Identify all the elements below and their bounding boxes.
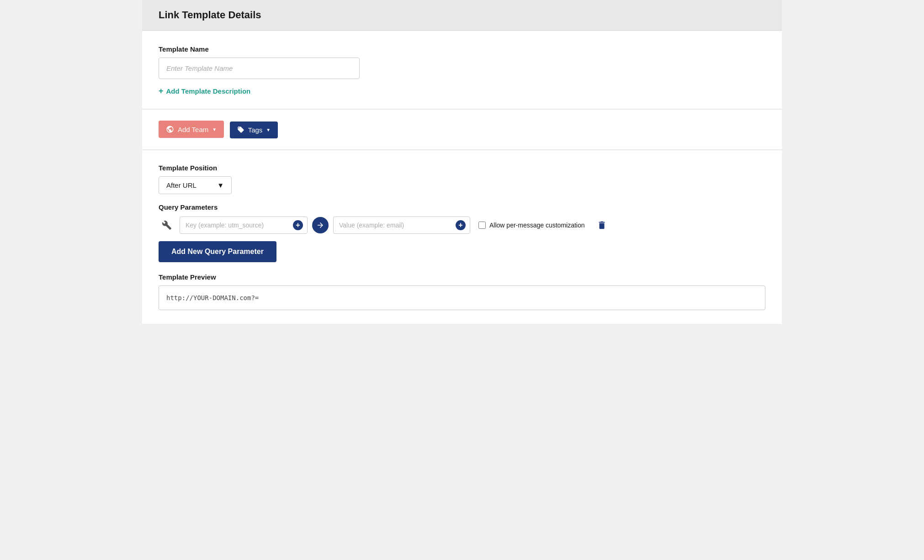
value-input-wrap: + bbox=[333, 217, 470, 234]
wrench-icon bbox=[162, 220, 172, 230]
delete-icon-wrap[interactable] bbox=[597, 220, 607, 230]
position-value: After URL bbox=[166, 181, 196, 189]
tags-label: Tags bbox=[248, 126, 263, 134]
template-name-input[interactable] bbox=[159, 58, 360, 79]
add-query-parameter-button[interactable]: Add New Query Parameter bbox=[159, 241, 276, 262]
query-params-row: + + Allow per-message customization bbox=[159, 217, 765, 234]
query-params-label: Query Parameters bbox=[159, 203, 765, 211]
arrow-right-icon bbox=[312, 217, 329, 233]
position-label: Template Position bbox=[159, 164, 765, 172]
add-value-icon[interactable]: + bbox=[456, 220, 466, 230]
template-name-section: Template Name + Add Template Description bbox=[142, 31, 782, 110]
wrench-icon-wrap bbox=[159, 217, 175, 233]
tag-icon bbox=[237, 126, 244, 133]
params-section: Template Position After URL ▼ Query Para… bbox=[142, 150, 782, 324]
customization-label: Allow per-message customization bbox=[489, 222, 585, 229]
page-container: Link Template Details Template Name + Ad… bbox=[142, 0, 782, 324]
value-input[interactable] bbox=[333, 217, 470, 234]
customization-wrap: Allow per-message customization bbox=[478, 222, 585, 229]
key-input[interactable] bbox=[180, 217, 308, 234]
main-content: Template Name + Add Template Description… bbox=[142, 31, 782, 324]
globe-icon bbox=[166, 125, 174, 133]
add-description-label: Add Template Description bbox=[166, 87, 251, 95]
add-team-button[interactable]: Add Team ▼ bbox=[159, 121, 224, 138]
customization-checkbox[interactable] bbox=[478, 222, 486, 229]
add-key-icon[interactable]: + bbox=[293, 220, 303, 230]
add-team-chevron-icon: ▼ bbox=[212, 127, 217, 132]
add-description-button[interactable]: + Add Template Description bbox=[159, 86, 250, 96]
tags-section: Add Team ▼ Tags ▼ bbox=[142, 110, 782, 150]
add-team-label: Add Team bbox=[178, 126, 208, 133]
position-chevron-icon: ▼ bbox=[217, 181, 224, 189]
trash-icon bbox=[597, 220, 607, 230]
plus-icon: + bbox=[159, 86, 164, 96]
template-preview-box: http://YOUR-DOMAIN.com?= bbox=[159, 285, 765, 310]
tags-button[interactable]: Tags ▼ bbox=[230, 122, 278, 138]
template-preview-label: Template Preview bbox=[159, 273, 765, 281]
add-query-btn-label: Add New Query Parameter bbox=[171, 248, 264, 255]
page-title: Link Template Details bbox=[159, 9, 765, 21]
key-input-wrap: + bbox=[180, 217, 308, 234]
tags-chevron-icon: ▼ bbox=[266, 127, 271, 132]
header-section: Link Template Details bbox=[142, 0, 782, 31]
template-name-label: Template Name bbox=[159, 45, 765, 53]
position-select[interactable]: After URL ▼ bbox=[159, 176, 232, 194]
